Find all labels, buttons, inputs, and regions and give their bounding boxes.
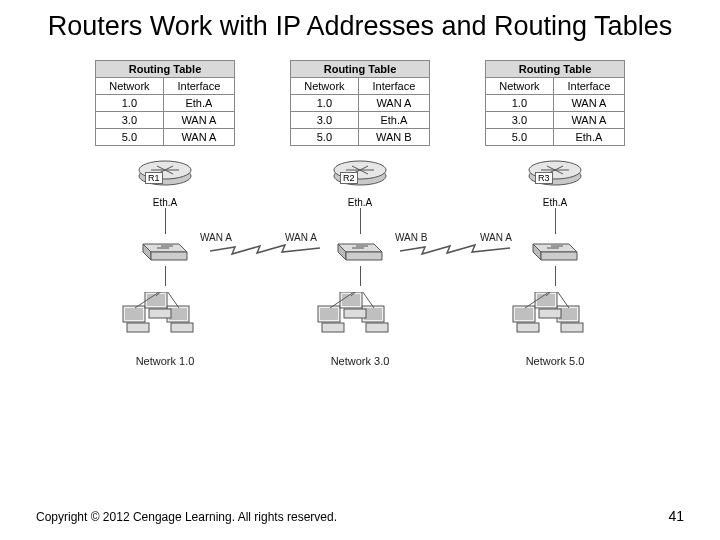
cell: 1.0: [96, 94, 164, 111]
eth-label: Eth.A: [153, 197, 177, 208]
cell: Eth.A: [553, 128, 624, 145]
router-tag: R3: [535, 172, 553, 184]
table-title: Routing Table: [486, 60, 625, 77]
connector-line: [360, 208, 361, 234]
cell: 3.0: [96, 111, 164, 128]
page-title: Routers Work with IP Addresses and Routi…: [0, 0, 720, 52]
cell: WAN A: [358, 94, 429, 111]
cell: Eth.A: [163, 94, 234, 111]
svg-rect-36: [364, 308, 382, 320]
routing-table-2: Routing Table NetworkInterface 1.0WAN A …: [290, 60, 430, 146]
table-row: 3.0WAN A: [486, 111, 625, 128]
cell: WAN B: [358, 128, 429, 145]
svg-rect-55: [515, 308, 533, 320]
svg-rect-11: [125, 308, 143, 320]
connector-line: [555, 208, 556, 234]
column-2: Routing Table NetworkInterface 1.0WAN A …: [275, 60, 445, 367]
connector-line: [165, 208, 166, 234]
connector-line: [165, 266, 166, 286]
table-row: 5.0WAN B: [291, 128, 430, 145]
router-icon: R1: [137, 156, 193, 196]
col-network: Network: [486, 77, 554, 94]
routing-table-1: Routing Table NetworkInterface 1.0Eth.A …: [95, 60, 235, 146]
svg-rect-40: [344, 309, 366, 318]
cell: WAN A: [163, 111, 234, 128]
svg-rect-56: [517, 323, 539, 332]
eth-label: Eth.A: [348, 197, 372, 208]
table-title: Routing Table: [96, 60, 235, 77]
cell: 5.0: [486, 128, 554, 145]
col-interface: Interface: [358, 77, 429, 94]
cell: WAN A: [553, 94, 624, 111]
network-label: Network 5.0: [526, 355, 585, 367]
router-icon: R3: [527, 156, 583, 196]
cell: 5.0: [291, 128, 359, 145]
cell: WAN A: [553, 111, 624, 128]
computers-icon: [115, 292, 215, 352]
cell: Eth.A: [358, 111, 429, 128]
svg-rect-12: [127, 323, 149, 332]
switch-icon: [139, 234, 191, 266]
cell: 3.0: [291, 111, 359, 128]
column-1: Routing Table NetworkInterface 1.0Eth.A …: [80, 60, 250, 367]
computers-icon: [505, 292, 605, 352]
connector-line: [360, 266, 361, 286]
cell: 1.0: [291, 94, 359, 111]
table-row: 1.0WAN A: [486, 94, 625, 111]
col-network: Network: [96, 77, 164, 94]
diagram: WAN A WAN A WAN B WAN A Routing Table Ne…: [80, 60, 640, 367]
svg-rect-34: [322, 323, 344, 332]
switch-icon: [529, 234, 581, 266]
switch-icon: [334, 234, 386, 266]
svg-marker-7: [151, 252, 187, 260]
column-3: Routing Table NetworkInterface 1.0WAN A …: [470, 60, 640, 367]
connector-line: [555, 266, 556, 286]
col-interface: Interface: [163, 77, 234, 94]
cell: 3.0: [486, 111, 554, 128]
cell: 5.0: [96, 128, 164, 145]
svg-rect-62: [539, 309, 561, 318]
eth-label: Eth.A: [543, 197, 567, 208]
cell: 1.0: [486, 94, 554, 111]
svg-rect-37: [366, 323, 388, 332]
svg-rect-14: [169, 308, 187, 320]
table-row: 5.0WAN A: [96, 128, 235, 145]
col-interface: Interface: [553, 77, 624, 94]
copyright-text: Copyright © 2012 Cengage Learning. All r…: [36, 510, 337, 524]
svg-marker-29: [346, 252, 382, 260]
router-tag: R2: [340, 172, 358, 184]
svg-rect-18: [149, 309, 171, 318]
table-row: 1.0Eth.A: [96, 94, 235, 111]
svg-rect-58: [559, 308, 577, 320]
computers-icon: [310, 292, 410, 352]
table-row: 3.0Eth.A: [291, 111, 430, 128]
table-row: 5.0Eth.A: [486, 128, 625, 145]
network-label: Network 3.0: [331, 355, 390, 367]
svg-rect-33: [320, 308, 338, 320]
network-label: Network 1.0: [136, 355, 195, 367]
svg-rect-59: [561, 323, 583, 332]
svg-marker-51: [541, 252, 577, 260]
table-row: 1.0WAN A: [291, 94, 430, 111]
col-network: Network: [291, 77, 359, 94]
router-tag: R1: [145, 172, 163, 184]
svg-rect-15: [171, 323, 193, 332]
router-icon: R2: [332, 156, 388, 196]
cell: WAN A: [163, 128, 234, 145]
page-number: 41: [668, 508, 684, 524]
table-title: Routing Table: [291, 60, 430, 77]
table-row: 3.0WAN A: [96, 111, 235, 128]
routing-table-3: Routing Table NetworkInterface 1.0WAN A …: [485, 60, 625, 146]
